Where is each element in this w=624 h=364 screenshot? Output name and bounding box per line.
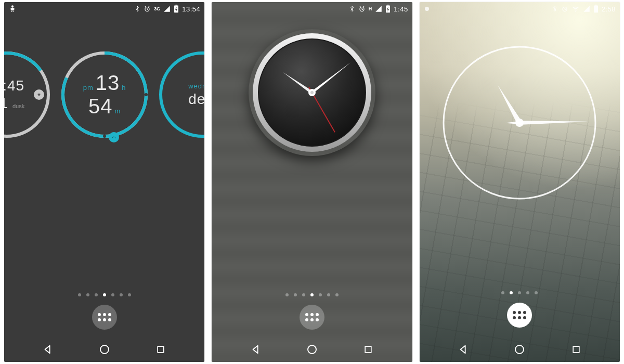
phone-screen-3: 2:58 [420,2,620,362]
alarm-icon [144,5,151,12]
svg-point-34 [575,11,576,12]
minutes-value: 54 [88,95,113,118]
svg-rect-4 [11,10,12,12]
svg-rect-21 [387,5,389,6]
alarm-icon [561,5,568,12]
nav-home-button[interactable] [94,339,115,360]
svg-marker-38 [496,84,522,124]
svg-rect-1 [11,7,14,10]
ring-center[interactable]: pm13h 54m [59,49,150,140]
app-drawer-button[interactable] [300,305,324,330]
svg-point-32 [425,7,429,11]
ring-marker-icon [34,89,44,100]
hours-unit: h [122,84,125,92]
nav-recents-button[interactable] [358,339,379,360]
page-indicator [4,293,204,296]
status-bar: 3G 13:54 [4,2,204,16]
apps-grid-icon [513,311,526,319]
apps-grid-icon [305,313,319,321]
apps-grid-icon [98,313,111,321]
app-drawer-button[interactable] [507,303,532,328]
svg-rect-31 [366,346,372,353]
network-type-label: 3G [154,7,160,11]
nav-home-button[interactable] [509,339,530,360]
svg-rect-5 [13,10,14,12]
svg-point-30 [308,345,316,354]
page-indicator [420,291,620,294]
nav-back-button[interactable] [245,339,266,360]
svg-point-17 [100,345,109,354]
notification-icon [8,5,17,13]
navigation-bar [4,337,204,362]
navigation-bar [420,337,620,362]
left-temp: 41 [4,95,8,112]
svg-point-42 [515,345,524,354]
weekday-label: wednesd [188,82,204,90]
battery-charging-icon [385,5,391,13]
svg-marker-39 [519,120,588,125]
nav-recents-button[interactable] [150,339,171,360]
clock-widget-carousel[interactable]: 07:45 t41dusk pm13h 54m [4,49,204,140]
wifi-icon [571,5,580,12]
battery-icon [593,5,599,13]
nav-back-button[interactable] [453,339,474,360]
nav-home-button[interactable] [302,339,322,360]
svg-rect-18 [158,346,164,353]
bluetooth-icon [134,5,140,12]
analog-clock-widget[interactable] [441,45,597,201]
svg-point-41 [515,119,524,127]
nav-recents-button[interactable] [566,339,587,360]
hours-value: 13 [96,71,120,95]
analog-clock-widget[interactable] [251,31,373,154]
svg-rect-2 [11,8,11,10]
alarm-icon [358,5,366,12]
svg-rect-43 [573,346,579,353]
battery-charging-icon [174,5,179,13]
status-bar: H 1:45 [212,2,412,16]
svg-rect-8 [176,5,177,6]
notification-dot-icon [424,6,430,12]
phone-screen-2: H 1:45 [212,2,412,362]
navigation-bar [212,337,412,362]
minutes-unit: m [114,107,120,115]
bluetooth-icon [349,5,355,12]
status-bar: 2:58 [420,2,620,16]
page-indicator [212,293,412,296]
phone-screen-1: 3G 13:54 07:45 [4,2,204,362]
status-time: 13:54 [182,5,200,13]
signal-icon [583,5,590,12]
signal-icon [163,5,171,12]
svg-point-0 [11,5,14,7]
left-time: 07:45 [4,77,24,94]
month-label: dec [188,91,204,108]
signal-icon [375,5,382,12]
ampm-label: pm [83,84,94,92]
status-time: 1:45 [394,5,408,13]
ring-right[interactable]: wednesd dec [157,49,205,140]
ring-marker-icon [109,132,119,142]
status-time: 2:58 [602,5,616,13]
svg-rect-35 [594,6,598,13]
bluetooth-icon [552,5,558,12]
svg-rect-36 [595,5,596,6]
dusk-label: dusk [12,103,24,109]
network-type-label: H [369,7,372,11]
svg-rect-3 [14,8,14,10]
nav-back-button[interactable] [37,339,58,360]
hour-hand [496,84,522,124]
ring-left[interactable]: 07:45 t41dusk [4,49,53,140]
app-drawer-button[interactable] [92,305,117,330]
